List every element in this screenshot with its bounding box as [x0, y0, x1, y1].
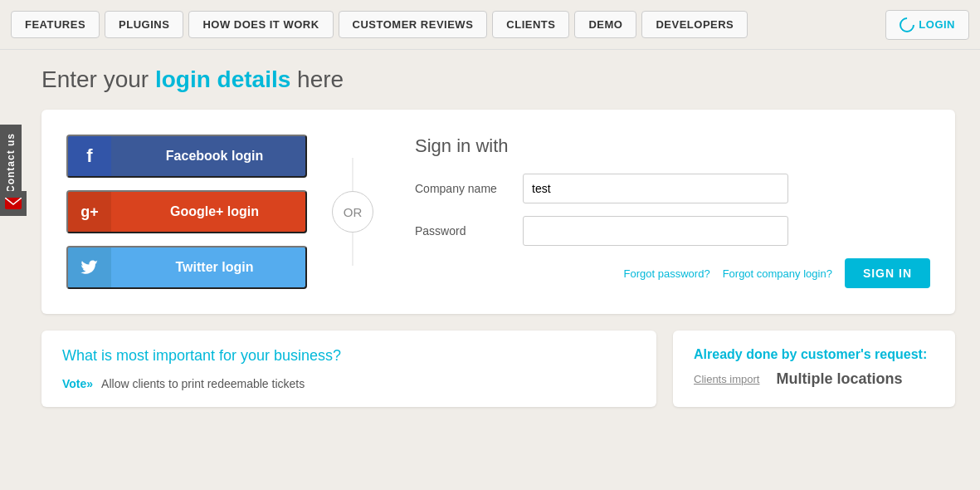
google-login-button[interactable]: g+ Google+ login	[66, 190, 307, 233]
nav-item-customer-reviews[interactable]: CUSTOMER REVIEWS	[339, 11, 488, 38]
twitter-icon	[68, 246, 111, 289]
bottom-right-card: Already done by customer's request: Clie…	[673, 331, 955, 407]
signin-title: Sign in with	[415, 135, 930, 157]
page-title: Enter your login details here	[41, 66, 955, 93]
multiple-locations-link[interactable]: Multiple locations	[776, 370, 902, 388]
nav-item-developers[interactable]: DEVELOPERS	[641, 11, 748, 38]
nav-item-how-does-it-work[interactable]: HOW DOES IT WORK	[188, 11, 333, 38]
password-row: Password	[415, 216, 930, 246]
contact-sidebar[interactable]: Contact us	[0, 125, 22, 201]
refresh-icon	[897, 14, 918, 35]
nav-item-clients[interactable]: CLIENTS	[492, 11, 569, 38]
bottom-right-title: Already done by customer's request:	[694, 347, 934, 362]
or-divider: OR	[307, 191, 398, 233]
google-icon: g+	[68, 190, 111, 233]
company-name-row: Company name	[415, 174, 930, 203]
sign-in-button[interactable]: SIGN IN	[845, 258, 930, 288]
nav-bar: FEATURES PLUGINS HOW DOES IT WORK CUSTOM…	[0, 0, 980, 50]
company-name-label: Company name	[415, 182, 523, 195]
twitter-login-label: Twitter login	[111, 260, 305, 275]
contact-icon[interactable]	[0, 191, 27, 216]
nav-item-features[interactable]: FEATURES	[11, 11, 100, 38]
form-actions: Forgot password? Forgot company login? S…	[415, 258, 930, 288]
login-nav-button[interactable]: LOGIN	[885, 10, 969, 40]
facebook-login-button[interactable]: f Facebook login	[66, 135, 307, 178]
password-label: Password	[415, 224, 523, 238]
google-login-label: Google+ login	[111, 204, 305, 219]
company-name-input[interactable]	[523, 174, 788, 203]
vote-link[interactable]: Vote»	[62, 377, 93, 390]
twitter-login-button[interactable]: Twitter login	[66, 246, 307, 289]
bottom-left-card: What is most important for your business…	[41, 331, 656, 407]
forgot-company-link[interactable]: Forgot company login?	[723, 267, 832, 280]
facebook-login-label: Facebook login	[111, 149, 305, 164]
bottom-left-title: What is most important for your business…	[62, 347, 636, 365]
bottom-section: What is most important for your business…	[41, 331, 955, 407]
clients-import-link[interactable]: Clients import	[694, 373, 759, 385]
social-login-section: f Facebook login g+ Google+ login Twitte…	[66, 135, 307, 289]
bottom-right-links: Clients import Multiple locations	[694, 370, 934, 388]
password-input[interactable]	[523, 216, 788, 246]
forgot-password-link[interactable]: Forgot password?	[624, 267, 710, 280]
nav-item-plugins[interactable]: PLUGINS	[105, 11, 183, 38]
suggestion-text: Allow clients to print redeemable ticket…	[101, 377, 305, 390]
login-card: f Facebook login g+ Google+ login Twitte…	[41, 110, 955, 314]
or-circle: OR	[332, 191, 373, 233]
nav-item-demo[interactable]: DEMO	[574, 11, 636, 38]
vote-row: Vote» Allow clients to print redeemable …	[62, 377, 636, 390]
facebook-icon: f	[68, 135, 111, 178]
signin-form: Sign in with Company name Password Forgo…	[398, 135, 930, 288]
